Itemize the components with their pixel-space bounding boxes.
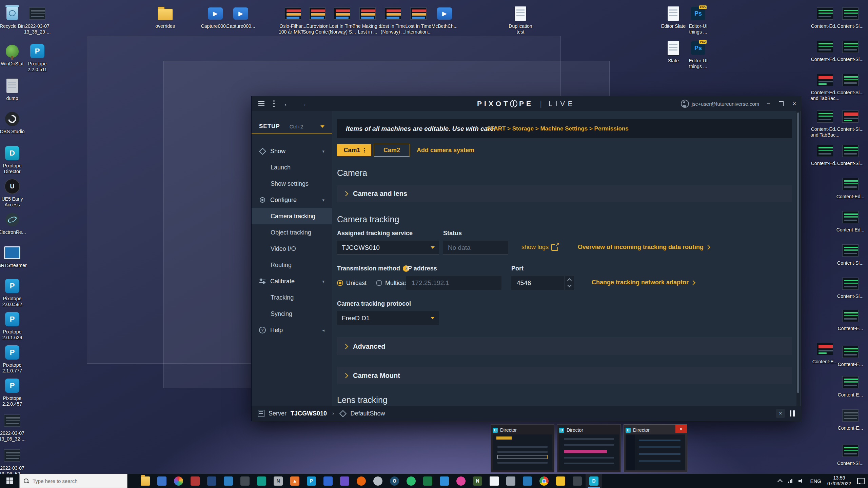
account-menu[interactable]: jsc+user@futureuniverse.com <box>681 100 759 108</box>
port-input[interactable] <box>516 279 561 287</box>
desktop-icon-pixotope-2-1-0-777[interactable]: PPixotope 2.1.0.777 <box>0 344 28 373</box>
desktop-icon-obs-studio[interactable]: OBS Studio <box>0 111 28 135</box>
desktop-icon-electronre[interactable]: ElectronRe... <box>0 211 28 235</box>
sidebar-item-camera-tracking[interactable]: Camera tracking <box>252 208 332 224</box>
taskbar-search[interactable] <box>19 474 127 488</box>
change-network-adaptor-link[interactable]: Change tracking network adaptor <box>592 279 695 286</box>
desktop-icon-content-e[interactable]: Content-E... <box>835 407 866 431</box>
show-logs-link[interactable]: show logs <box>521 244 558 251</box>
desktop-icon-content-sl[interactable]: Content-Sl... <box>835 242 866 266</box>
taskbar-app-app-green[interactable] <box>403 474 419 488</box>
vertical-scrollbar[interactable] <box>796 111 800 406</box>
port-field[interactable] <box>511 276 574 290</box>
taskbar-app-app-n[interactable]: N <box>270 474 287 488</box>
tab-cam2[interactable]: Cam2 <box>374 144 410 157</box>
minimize-button[interactable]: − <box>767 100 770 107</box>
collapse-sidebar-icon[interactable] <box>258 101 264 107</box>
server-name[interactable]: TJCGWS010 <box>291 410 327 417</box>
show-name[interactable]: DefaultShow <box>350 410 385 417</box>
setup-mode-selector[interactable]: SETUP Ctrl+2 <box>252 119 332 134</box>
ip-address-input[interactable] <box>411 279 497 287</box>
desktop-icon-mcbethch[interactable]: ▶McBethCh... <box>429 5 460 29</box>
sidebar-item-syncing[interactable]: Syncing <box>252 306 332 322</box>
tab-cam1-kebab-icon[interactable] <box>364 147 365 153</box>
taskbar-app-app-grey[interactable] <box>370 474 386 488</box>
desktop-icon-pixotope-2-0-0-582[interactable]: PPixotope 2.0.0.582 <box>0 278 28 307</box>
taskbar-app-calculator[interactable] <box>502 474 519 488</box>
taskbar-app-app-bluewin[interactable] <box>519 474 536 488</box>
kebab-menu-icon[interactable] <box>273 100 275 108</box>
scrollbar-thumb[interactable] <box>797 113 799 393</box>
multicast-radio[interactable]: Multicast <box>376 280 409 287</box>
preview-card-director[interactable]: DDirector <box>557 424 621 472</box>
taskbar-app-app-red[interactable] <box>187 474 203 488</box>
camera-tracking-protocol-dropdown[interactable]: FreeD D1 <box>337 311 439 325</box>
taskbar-app-word[interactable] <box>486 474 502 488</box>
desktop-icon-content-sl[interactable]: Content-Sl... <box>835 39 866 62</box>
language-indicator[interactable]: ENG <box>810 478 821 484</box>
action-center-icon[interactable] <box>857 478 865 484</box>
desktop-icon-2022-03-07-13-06-32[interactable]: 2022-03-07 13_06_32-... <box>0 412 28 442</box>
preview-thumbnail[interactable] <box>493 434 552 470</box>
sidebar-group-calibrate[interactable]: Calibrate▾ <box>252 273 332 289</box>
panel-toggle-icon[interactable]: × <box>776 409 785 418</box>
network-icon[interactable] <box>788 479 792 483</box>
preview-card-director[interactable]: DDirector <box>491 424 554 472</box>
desktop-icon-content-sl[interactable]: Content-Sl... <box>835 72 866 96</box>
sidebar-group-show[interactable]: Show▾ <box>252 143 332 159</box>
tray-expand-icon[interactable] <box>777 479 783 484</box>
taskbar-app-director[interactable]: D <box>586 474 602 488</box>
desktop-icon-content-e[interactable]: Content-E... <box>835 344 866 367</box>
desktop-icon-2022-03-07-13-36-29[interactable]: 2022-03-07 13_36_29-... <box>22 5 53 35</box>
desktop-icon-ue5-early-access[interactable]: UUE5 Early Access <box>0 178 28 207</box>
taskbar-app-pixotope[interactable]: P <box>303 474 320 488</box>
tab-cam1[interactable]: Cam1 <box>337 144 371 156</box>
taskbar-app-capture[interactable] <box>569 474 586 488</box>
assigned-tracking-service-dropdown[interactable]: TJCGWS010 <box>337 241 439 255</box>
breadcrumb[interactable]: START > Storage > Machine Settings > Per… <box>487 125 629 132</box>
desktop-icon-srtstreamer[interactable]: SRTStreamer <box>0 245 28 268</box>
camera-and-lens-collapsible[interactable]: Camera and lens <box>337 185 792 202</box>
sidebar-group-help[interactable]: ?Help◂ <box>252 322 332 338</box>
sidebar-item-show-settings[interactable]: Show settings <box>252 176 332 192</box>
desktop-icon-content-ed[interactable]: Content-Ed... <box>835 176 866 200</box>
desktop-icon-content-e[interactable]: Content-E... <box>835 308 866 331</box>
taskbar-app-firefox[interactable] <box>353 474 370 488</box>
preview-thumbnail[interactable] <box>626 434 685 470</box>
desktop-icon-2022-03-07-13-06-52[interactable]: 2022-03-07 13_06_52-... <box>0 447 28 476</box>
taskbar-app-defender[interactable] <box>220 474 237 488</box>
desktop-icon-content-e[interactable]: Content-E... <box>835 374 866 398</box>
volume-icon[interactable] <box>798 479 804 483</box>
sidebar-item-video-i-o[interactable]: Video I/O <box>252 241 332 257</box>
taskbar-app-app-blue2[interactable] <box>436 474 453 488</box>
sidebar-item-object-tracking[interactable]: Object tracking <box>252 224 332 241</box>
desktop-icon-editor-ui-things[interactable]: PsPSDEditor-UI things ... <box>683 5 714 35</box>
advanced-collapsible[interactable]: Advanced <box>337 338 792 355</box>
taskbar-app-app-bolt[interactable] <box>552 474 569 488</box>
desktop-icon-pixotope-2-2-0-511[interactable]: PPixotope 2.2.0.511 <box>22 43 53 72</box>
maximize-button[interactable] <box>779 101 784 106</box>
ip-address-field[interactable] <box>406 276 501 290</box>
taskbar-app-photos[interactable] <box>170 474 187 488</box>
sidebar-item-tracking[interactable]: Tracking <box>252 289 332 306</box>
desktop-icon-duplication-test[interactable]: Duplication test <box>505 5 536 35</box>
back-arrow-icon[interactable]: ← <box>283 99 291 108</box>
tracking-data-routing-link[interactable]: Overview of incoming tracking data routi… <box>578 244 710 251</box>
desktop-icon-content-sl[interactable]: Content-Sl... <box>835 443 866 466</box>
desktop-icon-dump[interactable]: dump <box>0 78 28 101</box>
taskbar-app-app-purple[interactable] <box>336 474 353 488</box>
desktop-icon-content-sl[interactable]: Content-Sl... <box>835 276 866 299</box>
close-button[interactable]: × <box>792 100 796 107</box>
desktop-icon-content-ed[interactable]: Content-Ed... <box>835 209 866 233</box>
unicast-radio[interactable]: Unicast <box>337 280 367 287</box>
clock[interactable]: 13:59 07/03/2022 <box>827 475 851 487</box>
taskbar-app-app-pink[interactable] <box>453 474 469 488</box>
sidebar-item-routing[interactable]: Routing <box>252 257 332 273</box>
desktop-icon-editor-ui-things[interactable]: PsPSDEditor-UI things ... <box>683 40 714 69</box>
desktop-icon-overrides[interactable]: overrides <box>150 5 181 29</box>
taskbar-app-app-blue[interactable] <box>320 474 336 488</box>
desktop-icon-pixotope-2-0-1-629[interactable]: PPixotope 2.0.1.629 <box>0 311 28 340</box>
taskbar-app-notepadpp[interactable]: N <box>469 474 486 488</box>
sidebar-item-launch[interactable]: Launch <box>252 159 332 176</box>
forward-arrow-icon[interactable]: → <box>300 99 307 108</box>
